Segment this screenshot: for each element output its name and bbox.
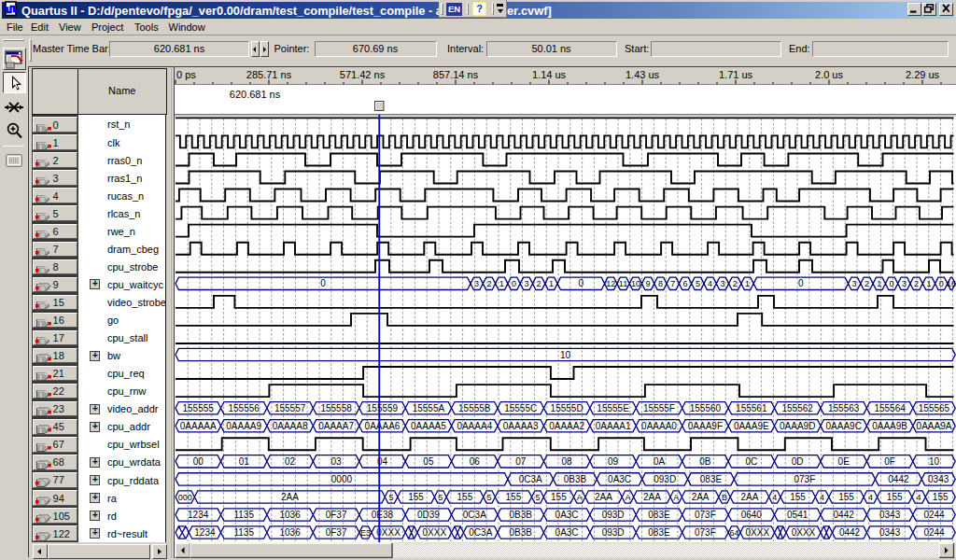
svg-text:o: o: [40, 195, 44, 203]
svg-text:0: 0: [798, 278, 804, 288]
svg-text:I: I: [39, 427, 41, 435]
svg-text:02: 02: [285, 456, 296, 467]
svg-text:o: o: [40, 266, 44, 274]
svg-text:03: 03: [331, 456, 343, 467]
svg-text:0244: 0244: [923, 510, 945, 520]
svg-text:0A: 0A: [654, 456, 666, 467]
svg-text:I: I: [39, 124, 41, 133]
svg-text:2AA: 2AA: [692, 492, 710, 502]
svg-text:0 ps: 0 ps: [176, 69, 196, 80]
svg-text:4: 4: [708, 279, 712, 288]
svg-text:0C3A: 0C3A: [469, 527, 492, 538]
svg-text:I: I: [39, 444, 41, 453]
svg-text:155565: 155565: [919, 403, 950, 413]
svg-text:o: o: [40, 284, 44, 292]
svg-text:0442: 0442: [888, 474, 909, 484]
svg-text:0A3C: 0A3C: [555, 510, 579, 520]
svg-text:155: 155: [457, 492, 473, 502]
svg-text:00: 00: [193, 456, 204, 467]
svg-text:0F: 0F: [884, 456, 895, 467]
svg-text:0AAA9E: 0AAA9E: [734, 421, 769, 431]
svg-text:0AAAA2: 0AAAA2: [549, 421, 584, 431]
svg-text:15555A: 15555A: [413, 403, 445, 413]
svg-text:E3: E3: [360, 528, 371, 538]
svg-text:155562: 155562: [782, 403, 814, 413]
svg-text:A: A: [577, 493, 583, 502]
svg-text:0343: 0343: [879, 510, 901, 520]
svg-text:1: 1: [877, 279, 881, 288]
svg-text:01: 01: [239, 456, 250, 467]
svg-text:155: 155: [506, 492, 522, 502]
svg-text:155: 155: [408, 492, 424, 502]
svg-text:2AA: 2AA: [595, 492, 612, 502]
svg-text:155560: 155560: [690, 403, 722, 413]
svg-text:11: 11: [619, 279, 627, 288]
svg-text:155563: 155563: [828, 403, 860, 413]
svg-text:o: o: [40, 213, 44, 221]
svg-text:o: o: [40, 515, 44, 524]
svg-text:I: I: [39, 462, 41, 470]
svg-text:0B: 0B: [699, 456, 711, 467]
svg-text:1135: 1135: [233, 510, 254, 520]
svg-text:0C3A: 0C3A: [463, 510, 486, 520]
svg-text:4: 4: [868, 493, 873, 502]
svg-text:1.43 us: 1.43 us: [626, 69, 660, 80]
svg-text:155558: 155558: [320, 403, 352, 413]
svg-text:083E: 083E: [700, 474, 723, 484]
svg-text:3: 3: [902, 279, 907, 288]
svg-text:0B3B: 0B3B: [564, 474, 587, 484]
svg-text:2: 2: [865, 279, 869, 288]
svg-text:o: o: [40, 338, 44, 346]
svg-text:3: 3: [852, 279, 857, 288]
svg-text:2AA: 2AA: [281, 492, 299, 502]
svg-text:4: 4: [772, 493, 777, 502]
svg-text:1036: 1036: [279, 510, 301, 520]
svg-text:0C: 0C: [745, 456, 757, 467]
svg-text:155: 155: [933, 492, 949, 502]
svg-text:073F: 073F: [695, 510, 716, 520]
svg-text:64: 64: [729, 528, 738, 538]
svg-text:2AA: 2AA: [643, 492, 661, 502]
svg-text:073F: 073F: [794, 474, 816, 484]
svg-text:0AAAA1: 0AAAA1: [596, 421, 631, 431]
svg-text:o: o: [40, 248, 44, 257]
svg-text:1.71 us: 1.71 us: [719, 69, 753, 80]
svg-text:05: 05: [423, 456, 434, 467]
svg-text:0541: 0541: [787, 510, 808, 520]
svg-text:0F37: 0F37: [326, 527, 347, 538]
svg-text:155: 155: [838, 492, 854, 502]
svg-text:155556: 155556: [229, 403, 260, 413]
svg-text:B: B: [722, 493, 727, 502]
svg-text:857.14 ns: 857.14 ns: [433, 69, 479, 80]
svg-text:155555: 155555: [183, 403, 215, 413]
svg-text:093D: 093D: [602, 527, 625, 538]
svg-text:073F: 073F: [695, 527, 716, 538]
svg-text:0: 0: [939, 279, 944, 288]
svg-text:0AAAA5: 0AAAA5: [411, 421, 446, 431]
svg-text:3: 3: [474, 279, 479, 288]
svg-text:I: I: [39, 391, 41, 399]
svg-text:0AAAA9: 0AAAA9: [226, 421, 261, 431]
svg-text:A: A: [673, 493, 679, 502]
svg-text:o: o: [40, 160, 44, 168]
svg-text:0E38: 0E38: [372, 510, 394, 520]
svg-text:0640: 0640: [741, 510, 763, 520]
svg-text:I: I: [39, 320, 41, 329]
svg-text:083E: 083E: [648, 510, 670, 520]
svg-text:09: 09: [608, 456, 619, 467]
svg-text:5: 5: [389, 493, 394, 502]
svg-text:0AAAA8: 0AAAA8: [273, 421, 308, 431]
svg-text:155: 155: [790, 492, 806, 502]
svg-text:0244: 0244: [923, 527, 945, 538]
svg-text:8: 8: [658, 279, 663, 288]
svg-text:6: 6: [682, 279, 687, 288]
svg-text:000: 000: [178, 493, 192, 502]
svg-text:15555F: 15555F: [643, 403, 675, 413]
svg-text:0AAA9F: 0AAA9F: [688, 421, 723, 431]
svg-text:0: 0: [579, 278, 584, 288]
svg-text:5: 5: [438, 493, 443, 502]
svg-text:o: o: [40, 177, 44, 186]
svg-text:2: 2: [486, 279, 491, 288]
svg-text:5: 5: [696, 279, 700, 288]
svg-text:155564: 155564: [874, 403, 906, 413]
